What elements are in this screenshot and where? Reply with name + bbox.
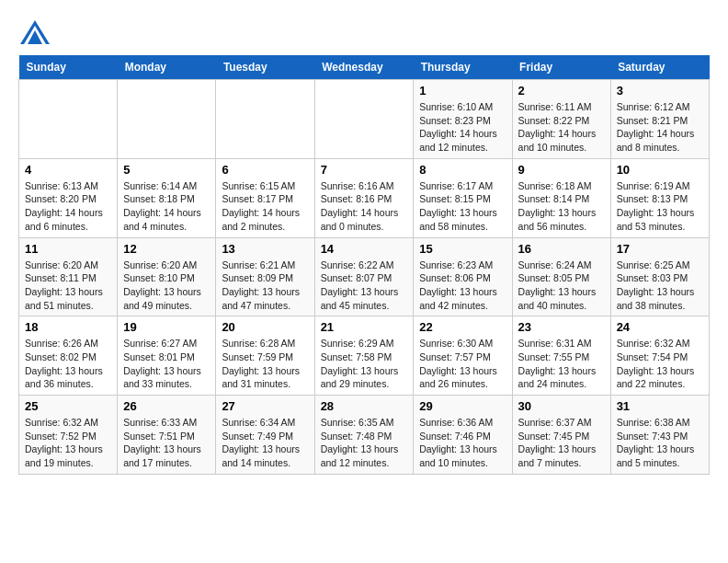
day-number: 23 [518, 320, 605, 334]
calendar-cell: 13Sunrise: 6:21 AM Sunset: 8:09 PM Dayli… [216, 237, 314, 316]
day-info: Sunrise: 6:13 AM Sunset: 8:20 PM Dayligh… [25, 179, 111, 234]
day-number: 3 [617, 84, 703, 98]
day-info: Sunrise: 6:17 AM Sunset: 8:15 PM Dayligh… [419, 179, 506, 234]
day-info: Sunrise: 6:20 AM Sunset: 8:11 PM Dayligh… [25, 259, 111, 313]
calendar-cell: 21Sunrise: 6:29 AM Sunset: 7:58 PM Dayli… [314, 316, 414, 396]
day-number: 19 [123, 320, 210, 334]
calendar-cell: 9Sunrise: 6:18 AM Sunset: 8:14 PM Daylig… [512, 158, 610, 237]
day-info: Sunrise: 6:18 AM Sunset: 8:14 PM Dayligh… [518, 179, 605, 234]
calendar-table: SundayMondayTuesdayWednesdayThursdayFrid… [18, 55, 710, 475]
calendar-cell: 5Sunrise: 6:14 AM Sunset: 8:18 PM Daylig… [118, 158, 216, 237]
day-number: 2 [518, 84, 605, 98]
calendar-cell: 26Sunrise: 6:33 AM Sunset: 7:51 PM Dayli… [118, 396, 216, 475]
day-number: 9 [518, 163, 605, 177]
calendar-week-3: 11Sunrise: 6:20 AM Sunset: 8:11 PM Dayli… [19, 237, 710, 316]
calendar-cell: 11Sunrise: 6:20 AM Sunset: 8:11 PM Dayli… [19, 237, 118, 316]
calendar-cell: 25Sunrise: 6:32 AM Sunset: 7:52 PM Dayli… [19, 396, 118, 475]
weekday-header-monday: Monday [118, 55, 216, 80]
day-number: 12 [123, 242, 210, 256]
day-info: Sunrise: 6:26 AM Sunset: 8:02 PM Dayligh… [25, 337, 111, 391]
calendar-cell: 17Sunrise: 6:25 AM Sunset: 8:03 PM Dayli… [610, 237, 709, 316]
calendar-cell: 18Sunrise: 6:26 AM Sunset: 8:02 PM Dayli… [19, 316, 118, 396]
day-number: 14 [321, 242, 408, 256]
calendar-cell: 4Sunrise: 6:13 AM Sunset: 8:20 PM Daylig… [19, 158, 118, 237]
day-info: Sunrise: 6:31 AM Sunset: 7:55 PM Dayligh… [518, 337, 605, 391]
day-number: 8 [419, 163, 506, 177]
day-info: Sunrise: 6:32 AM Sunset: 7:52 PM Dayligh… [25, 416, 111, 470]
day-number: 27 [222, 399, 308, 413]
day-number: 16 [518, 242, 605, 256]
weekday-header-row: SundayMondayTuesdayWednesdayThursdayFrid… [19, 55, 710, 80]
day-number: 31 [617, 399, 703, 413]
weekday-header-sunday: Sunday [19, 55, 118, 80]
calendar-cell: 23Sunrise: 6:31 AM Sunset: 7:55 PM Dayli… [512, 316, 610, 396]
day-number: 10 [617, 163, 703, 177]
day-number: 25 [25, 399, 111, 413]
day-info: Sunrise: 6:14 AM Sunset: 8:18 PM Dayligh… [123, 179, 210, 234]
day-info: Sunrise: 6:22 AM Sunset: 8:07 PM Dayligh… [321, 259, 408, 313]
calendar-cell: 30Sunrise: 6:37 AM Sunset: 7:45 PM Dayli… [512, 396, 610, 475]
day-info: Sunrise: 6:10 AM Sunset: 8:23 PM Dayligh… [419, 100, 506, 155]
day-info: Sunrise: 6:16 AM Sunset: 8:16 PM Dayligh… [321, 179, 408, 234]
day-number: 26 [123, 399, 210, 413]
day-info: Sunrise: 6:11 AM Sunset: 8:22 PM Dayligh… [518, 100, 605, 155]
weekday-header-wednesday: Wednesday [314, 55, 414, 80]
day-number: 17 [617, 242, 703, 256]
day-number: 28 [321, 399, 408, 413]
weekday-header-saturday: Saturday [610, 55, 709, 80]
calendar-cell: 27Sunrise: 6:34 AM Sunset: 7:49 PM Dayli… [216, 396, 314, 475]
day-number: 6 [222, 163, 308, 177]
calendar-cell: 8Sunrise: 6:17 AM Sunset: 8:15 PM Daylig… [414, 158, 512, 237]
day-number: 18 [25, 320, 111, 334]
calendar-cell [216, 80, 314, 159]
day-number: 13 [222, 242, 308, 256]
day-info: Sunrise: 6:19 AM Sunset: 8:13 PM Dayligh… [617, 179, 703, 234]
day-number: 15 [419, 242, 506, 256]
calendar-cell [118, 80, 216, 159]
logo-icon [18, 18, 51, 46]
day-info: Sunrise: 6:25 AM Sunset: 8:03 PM Dayligh… [617, 259, 703, 313]
day-number: 7 [321, 163, 408, 177]
day-info: Sunrise: 6:38 AM Sunset: 7:43 PM Dayligh… [617, 416, 703, 470]
page-header [18, 18, 710, 46]
day-number: 4 [25, 163, 111, 177]
day-info: Sunrise: 6:36 AM Sunset: 7:46 PM Dayligh… [419, 416, 506, 470]
calendar-week-4: 18Sunrise: 6:26 AM Sunset: 8:02 PM Dayli… [19, 316, 710, 396]
calendar-cell: 22Sunrise: 6:30 AM Sunset: 7:57 PM Dayli… [414, 316, 512, 396]
day-info: Sunrise: 6:27 AM Sunset: 8:01 PM Dayligh… [123, 337, 210, 391]
day-number: 11 [25, 242, 111, 256]
day-info: Sunrise: 6:29 AM Sunset: 7:58 PM Dayligh… [321, 337, 408, 391]
calendar-cell: 29Sunrise: 6:36 AM Sunset: 7:46 PM Dayli… [414, 396, 512, 475]
day-info: Sunrise: 6:20 AM Sunset: 8:10 PM Dayligh… [123, 259, 210, 313]
day-info: Sunrise: 6:12 AM Sunset: 8:21 PM Dayligh… [617, 100, 703, 155]
calendar-cell: 28Sunrise: 6:35 AM Sunset: 7:48 PM Dayli… [314, 396, 414, 475]
logo [18, 18, 55, 46]
calendar-week-1: 1Sunrise: 6:10 AM Sunset: 8:23 PM Daylig… [19, 80, 710, 159]
day-info: Sunrise: 6:34 AM Sunset: 7:49 PM Dayligh… [222, 416, 308, 470]
day-info: Sunrise: 6:15 AM Sunset: 8:17 PM Dayligh… [222, 179, 308, 234]
calendar-cell: 1Sunrise: 6:10 AM Sunset: 8:23 PM Daylig… [414, 80, 512, 159]
calendar-cell [314, 80, 414, 159]
calendar-cell: 7Sunrise: 6:16 AM Sunset: 8:16 PM Daylig… [314, 158, 414, 237]
day-info: Sunrise: 6:24 AM Sunset: 8:05 PM Dayligh… [518, 259, 605, 313]
calendar-cell: 31Sunrise: 6:38 AM Sunset: 7:43 PM Dayli… [610, 396, 709, 475]
weekday-header-friday: Friday [512, 55, 610, 80]
day-info: Sunrise: 6:35 AM Sunset: 7:48 PM Dayligh… [321, 416, 408, 470]
calendar-cell: 6Sunrise: 6:15 AM Sunset: 8:17 PM Daylig… [216, 158, 314, 237]
calendar-header: SundayMondayTuesdayWednesdayThursdayFrid… [19, 55, 710, 80]
day-number: 5 [123, 163, 210, 177]
day-number: 1 [419, 84, 506, 98]
calendar-cell: 3Sunrise: 6:12 AM Sunset: 8:21 PM Daylig… [610, 80, 709, 159]
day-number: 20 [222, 320, 308, 334]
calendar-cell: 20Sunrise: 6:28 AM Sunset: 7:59 PM Dayli… [216, 316, 314, 396]
calendar-cell: 14Sunrise: 6:22 AM Sunset: 8:07 PM Dayli… [314, 237, 414, 316]
calendar-cell: 15Sunrise: 6:23 AM Sunset: 8:06 PM Dayli… [414, 237, 512, 316]
day-info: Sunrise: 6:37 AM Sunset: 7:45 PM Dayligh… [518, 416, 605, 470]
day-info: Sunrise: 6:21 AM Sunset: 8:09 PM Dayligh… [222, 259, 308, 313]
day-number: 29 [419, 399, 506, 413]
calendar-week-5: 25Sunrise: 6:32 AM Sunset: 7:52 PM Dayli… [19, 396, 710, 475]
calendar-cell [19, 80, 118, 159]
calendar-cell: 12Sunrise: 6:20 AM Sunset: 8:10 PM Dayli… [118, 237, 216, 316]
calendar-cell: 2Sunrise: 6:11 AM Sunset: 8:22 PM Daylig… [512, 80, 610, 159]
calendar-body: 1Sunrise: 6:10 AM Sunset: 8:23 PM Daylig… [19, 80, 710, 475]
